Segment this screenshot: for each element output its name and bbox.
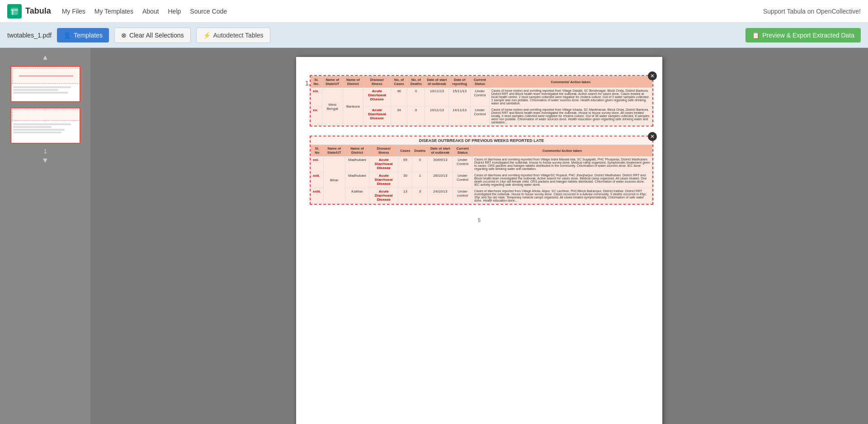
thumb-lines-1b: [11, 122, 80, 135]
cell-comments: Cases of diarrhoea reported from Village…: [472, 188, 652, 204]
cell-sl: xix.: [311, 88, 322, 107]
page-document: 1. ✕ Sl. No. Name of State/UT Name of Di…: [296, 57, 662, 424]
table-2-container: ✕ DISEASE OUTBREAKS OF PREVIOUS WEEKS RE…: [310, 136, 653, 205]
cell-deaths: 0: [412, 156, 428, 172]
table-1: Sl. No. Name of State/UT Name of Distric…: [311, 76, 652, 126]
col2-header-cases: Cases: [398, 145, 412, 156]
table-1-container: ✕ Sl. No. Name of State/UT Name of Distr…: [310, 75, 653, 127]
cell-start: 10/11/13: [425, 88, 449, 107]
templates-button[interactable]: 👤 Templates: [57, 28, 109, 42]
col-header-report: Date of reporting: [449, 76, 471, 88]
nav-source-code[interactable]: Source Code: [190, 6, 227, 17]
cell-disease: Acute Diarrhoeal Disease: [363, 88, 391, 107]
export-icon: 📋: [752, 32, 760, 39]
support-text: Support Tabula on OpenCollective!: [763, 8, 861, 15]
col-header-start: Date of start of outbreak: [425, 76, 449, 88]
col-header-status: Current Status: [471, 76, 490, 88]
cell-status: Under Control: [471, 107, 490, 126]
cell-report: 14/11/13: [449, 107, 471, 126]
navbar: Tabula My Files My Templates About Help …: [0, 0, 868, 23]
col2-header-status: Current Status: [453, 145, 472, 156]
col2-header-sl: Sl. No: [311, 145, 324, 156]
table-2-close-button[interactable]: ✕: [648, 132, 657, 141]
logo-icon: [7, 4, 22, 19]
cell-district: Katihar: [345, 188, 369, 204]
svg-rect-0: [11, 8, 18, 15]
page-indicator: 1: [44, 148, 47, 155]
cell-deaths: 0: [407, 88, 425, 107]
table-row: xxii. Madhubani Acute Diarrhoeal Disease…: [311, 172, 652, 188]
cell-comments: Cases of loose motion and vomiting repor…: [489, 88, 652, 107]
col-header-cases: No. of Cases: [391, 76, 407, 88]
cell-deaths: 3: [412, 188, 428, 204]
cell-comments: Cases of diarrhoea and vomiting reported…: [472, 156, 652, 172]
cell-cases: 30: [398, 172, 412, 188]
cell-district: Bankura: [343, 88, 363, 126]
thumb-lines-1a: [11, 85, 80, 95]
cell-disease: Acute Diarrhoeal Disease: [369, 156, 398, 172]
cell-status: Under Control: [453, 172, 472, 188]
export-button[interactable]: 📋 Preview & Export Extracted Data: [745, 28, 861, 42]
main-area: ▲ ✕: [0, 48, 868, 424]
main-nav: My Files My Templates About Help Source …: [62, 6, 227, 17]
cell-deaths: 0: [407, 107, 425, 126]
sidebar: ▲ ✕: [0, 48, 90, 424]
clear-icon: ⊗: [121, 32, 127, 39]
cell-start: 28/10/13: [428, 172, 453, 188]
cell-report: 15/11/13: [449, 88, 471, 107]
col-header-district: Name of District: [343, 76, 363, 88]
nav-my-files[interactable]: My Files: [62, 6, 85, 17]
lightning-icon: ⚡: [203, 32, 211, 39]
table-2: Sl. No Name of State/UT Name of District…: [311, 145, 652, 204]
cell-district: Madhubani: [345, 172, 369, 188]
templates-icon: 👤: [63, 32, 71, 39]
nav-my-templates[interactable]: My Templates: [94, 6, 133, 17]
col2-header-deaths: Deaths: [412, 145, 428, 156]
nav-about[interactable]: About: [142, 6, 159, 17]
cell-start: 10/11/13: [425, 107, 449, 126]
cell-sl: xxii.: [311, 172, 324, 188]
col2-header-comments: Comments/ Action taken: [472, 145, 652, 156]
clear-selections-button[interactable]: ⊗ Clear All Selections: [114, 28, 191, 43]
cell-cases: 46: [391, 88, 407, 107]
col-header-sl: Sl. No.: [311, 76, 322, 88]
cell-district: Madhubani: [345, 156, 369, 172]
col-header-disease: Disease/ Illness: [363, 76, 391, 88]
thumbnail-page-1a[interactable]: ✕: [10, 66, 80, 102]
cell-sl: xxiii.: [311, 188, 324, 204]
col2-header-disease: Disease/ Illness: [369, 145, 398, 156]
filename-label: twotables_1.pdf: [7, 32, 52, 39]
col-header-comments: Comments/ Action taken: [489, 76, 652, 88]
app-logo[interactable]: Tabula: [7, 4, 51, 19]
cell-deaths: 1: [412, 172, 428, 188]
table-1-close-button[interactable]: ✕: [648, 71, 657, 80]
thumb-image-1a: [10, 66, 80, 102]
nav-help[interactable]: Help: [168, 6, 181, 17]
thumb-image-1b: [10, 108, 80, 144]
cell-state: West Bengal: [322, 88, 343, 126]
autodetect-button[interactable]: ⚡ Autodetect Tables: [196, 28, 270, 43]
thumbnail-page-1b[interactable]: [10, 108, 80, 144]
table-2-title: DISEASE OUTBREAKS OF PREVIOUS WEEKS REPO…: [311, 137, 652, 145]
content-area[interactable]: 1. ✕ Sl. No. Name of State/UT Name of Di…: [90, 48, 868, 424]
cell-comments: Cases of loose motion and vomiting repor…: [489, 107, 652, 126]
col2-header-start: Date of start of outbreak: [428, 145, 453, 156]
toolbar: twotables_1.pdf 👤 Templates ⊗ Clear All …: [0, 23, 868, 48]
col-header-deaths: No. of Deaths: [407, 76, 425, 88]
page-footer-number: 5: [310, 217, 649, 223]
table-row: xxi. Bihar Madhubani Acute Diarrhoeal Di…: [311, 156, 652, 172]
scroll-down-button[interactable]: ▼: [40, 155, 51, 166]
cell-disease: Acute Diarrhoeal Disease: [369, 188, 398, 204]
cell-status: Under Control: [471, 88, 490, 107]
cell-comments: Cases of diarrhoea and vomiting reported…: [472, 172, 652, 188]
cell-sl: xxi.: [311, 156, 324, 172]
cell-disease: Acute Diarrhoeal Disease: [363, 107, 391, 126]
cell-cases: 34: [391, 107, 407, 126]
table-row: xix. West Bengal Bankura Acute Diarrhoea…: [311, 88, 652, 107]
col2-header-state: Name of State/UT: [323, 145, 345, 156]
scroll-up-button[interactable]: ▲: [40, 52, 51, 63]
cell-status: Under control: [453, 188, 472, 204]
cell-status: Under Control: [453, 156, 472, 172]
cell-disease: Acute Diarrhoeal Disease: [369, 172, 398, 188]
cell-state: Bihar: [323, 156, 345, 204]
